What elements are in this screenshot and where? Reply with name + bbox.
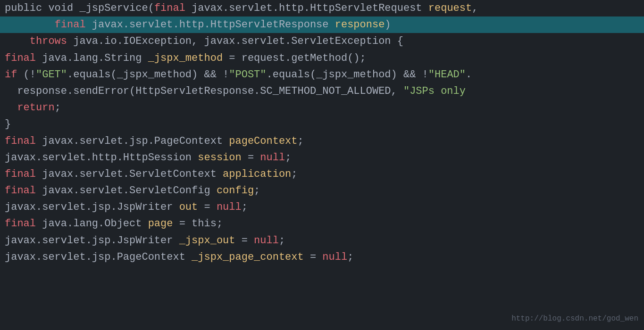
code-token: . <box>466 69 472 81</box>
code-token: = <box>304 251 323 263</box>
code-token: javax.servlet.http.HttpServletResponse <box>86 19 335 31</box>
code-token: .equals(_jspx_method) && ! <box>67 69 229 81</box>
code-token: ; <box>285 152 291 164</box>
code-token: ) <box>385 19 391 31</box>
code-token: javax.servlet.ServletConfig <box>36 185 217 197</box>
code-line-line13: final javax.servlet.ServletContext appli… <box>0 166 644 182</box>
code-line-line17: javax.servlet.jsp.JspWriter _jspx_out = … <box>0 232 644 249</box>
code-token: , <box>472 2 478 14</box>
code-token: _jspService <box>79 2 148 14</box>
code-lines: public void _jspService(final javax.serv… <box>0 0 644 265</box>
code-token: javax.servlet.http.HttpServletRequest <box>185 2 428 14</box>
code-token: throws <box>30 35 67 47</box>
code-token: java.lang.Object <box>36 218 148 230</box>
code-token: ; <box>291 168 297 180</box>
code-line-line15: javax.servlet.jsp.JspWriter out = null; <box>0 199 644 215</box>
code-token: = <box>198 201 217 213</box>
code-token: ; <box>242 201 248 213</box>
code-token: = this; <box>173 218 223 230</box>
code-token: ; <box>347 251 353 263</box>
code-token: = <box>242 152 260 164</box>
code-token: .equals(_jspx_method) && ! <box>267 69 428 81</box>
code-token <box>5 35 30 47</box>
code-token <box>5 19 55 31</box>
code-line-line12: javax.servlet.http.HttpSession session =… <box>0 149 644 166</box>
code-token: final <box>5 185 36 197</box>
code-token: application <box>223 168 291 180</box>
code-token: null <box>254 235 279 247</box>
code-line-line8: return; <box>0 99 644 116</box>
code-line-line9: } <box>0 116 644 132</box>
code-token: javax.servlet.jsp.JspWriter <box>5 235 179 247</box>
code-token: = request.getMethod(); <box>223 52 366 64</box>
code-token: config <box>217 185 254 197</box>
code-token: null <box>217 201 242 213</box>
code-token: ; <box>279 235 285 247</box>
code-line-line5: final java.lang.String _jspx_method = re… <box>0 50 644 66</box>
code-token <box>5 102 17 114</box>
code-token: java.lang.String <box>36 52 148 64</box>
code-token: pageContext <box>229 135 297 147</box>
code-line-line3: throws java.io.IOException, javax.servle… <box>0 33 644 50</box>
code-token: final <box>5 218 36 230</box>
code-token: public <box>5 2 42 14</box>
code-token: void <box>42 2 79 14</box>
code-token: java.io.IOException, javax.servlet.Servl… <box>67 35 403 47</box>
code-token: "POST" <box>229 69 266 81</box>
code-line-line7: response.sendError(HttpServletResponse.S… <box>0 83 644 99</box>
code-line-line18: javax.servlet.jsp.PageContext _jspx_page… <box>0 249 644 265</box>
code-token: page <box>148 218 173 230</box>
code-token: ; <box>254 185 260 197</box>
code-token: javax.servlet.jsp.PageContext <box>5 251 192 263</box>
code-token: return <box>17 102 54 114</box>
code-line-line1: public void _jspService(final javax.serv… <box>0 0 644 16</box>
code-line-line2: final javax.servlet.http.HttpServletResp… <box>0 16 644 33</box>
code-token: ; <box>55 102 61 114</box>
code-token: javax.servlet.jsp.PageContext <box>36 135 229 147</box>
code-line-line6: if (!"GET".equals(_jspx_method) && !"POS… <box>0 66 644 83</box>
code-token: out <box>179 201 198 213</box>
code-token: final <box>154 2 185 14</box>
code-token: null <box>260 152 285 164</box>
code-token: "JSPs only <box>403 85 466 97</box>
code-line-line11: final javax.servlet.jsp.PageContext page… <box>0 133 644 149</box>
code-token: _jspx_method <box>148 52 223 64</box>
watermark: http://blog.csdn.net/god_wen <box>511 310 638 326</box>
code-token: javax.servlet.http.HttpSession <box>5 152 198 164</box>
code-line-line14: final javax.servlet.ServletConfig config… <box>0 182 644 199</box>
code-editor: public void _jspService(final javax.serv… <box>0 0 644 330</box>
code-line-line16: final java.lang.Object page = this; <box>0 215 644 232</box>
code-token: null <box>322 251 347 263</box>
code-token: if <box>5 69 17 81</box>
code-token: "GET" <box>36 69 67 81</box>
code-token: javax.servlet.ServletContext <box>36 168 223 180</box>
code-token: final <box>5 168 36 180</box>
code-token: ( <box>148 2 154 14</box>
code-token: } <box>5 118 11 130</box>
code-token: response <box>335 19 385 31</box>
code-token: ; <box>298 135 304 147</box>
code-token: _jspx_page_context <box>192 251 304 263</box>
code-token: "HEAD" <box>428 69 466 81</box>
code-token: _jspx_out <box>179 235 235 247</box>
code-token: = <box>235 235 254 247</box>
code-token: final <box>5 52 36 64</box>
code-token: (! <box>17 69 36 81</box>
code-token: response.sendError(HttpServletResponse.S… <box>5 85 403 97</box>
code-token: final <box>5 135 36 147</box>
code-token: final <box>55 19 86 31</box>
code-token: session <box>198 152 241 164</box>
code-token: request <box>428 2 472 14</box>
code-token: javax.servlet.jsp.JspWriter <box>5 201 179 213</box>
